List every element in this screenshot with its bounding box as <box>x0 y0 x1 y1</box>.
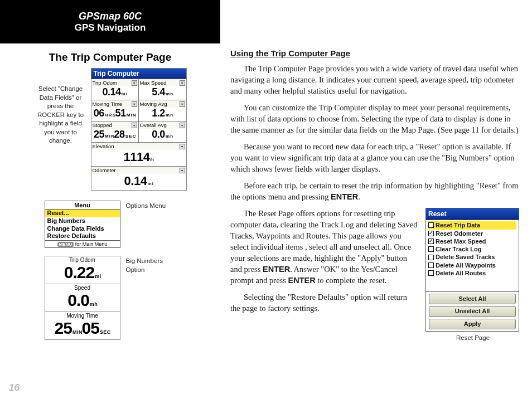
device-title-bar: Trip Computer <box>91 69 186 79</box>
reset-item-label: Delete All Waypoints <box>436 261 496 269</box>
reset-title-bar: Reset <box>426 208 519 221</box>
bn-trip-odom: Trip Odom 0.22m i <box>45 256 120 284</box>
field-max-speed: Max Speed▾ 5.4m h <box>139 79 186 100</box>
reset-caption: Reset Page <box>425 334 520 343</box>
left-column: The Trip Computer Page Select "Change Da… <box>0 43 220 340</box>
chevron-down-icon: ▾ <box>180 168 185 173</box>
chevron-down-icon: ▾ <box>132 123 137 128</box>
field-elevation: Elevation▾ 1114f t <box>91 143 186 167</box>
unselect-all-button[interactable]: Unselect All <box>429 306 516 317</box>
reset-item-label: Clear Track Log <box>436 245 482 253</box>
paragraph: You can customize the Trip Computer disp… <box>230 102 520 135</box>
page-number: 16 <box>9 382 20 393</box>
field-moving-time: Moving Time▾ 06H R S 51M I N <box>91 100 139 121</box>
select-all-button[interactable]: Select All <box>429 294 516 304</box>
field-odometer: Odometer▾ 0.14m i <box>91 167 186 190</box>
checkbox-icon[interactable] <box>428 222 434 228</box>
reset-screen: Reset Reset Trip Data✓Reset Odometer✓Res… <box>425 208 519 332</box>
product-name: GPSmap 60C <box>0 11 220 22</box>
menu-item-restore-defaults[interactable]: Restore Defaults <box>45 232 120 240</box>
chevron-down-icon: ▾ <box>180 144 185 149</box>
bn-moving-time: Moving Time 25M I N 05S E C <box>45 312 120 339</box>
paragraph: The Reset Page offers options for resett… <box>230 208 418 286</box>
reset-item[interactable]: Clear Track Log <box>428 245 516 253</box>
checkbox-icon[interactable]: ✓ <box>428 239 434 244</box>
reset-item[interactable]: Delete Saved Tracks <box>428 253 516 261</box>
paragraph: The Trip Computer Page provides you with… <box>230 63 520 96</box>
chapter-header: GPSmap 60C GPS Navigation <box>0 0 220 43</box>
field-overall-avg: Overall Avg▾ 0.0m h <box>139 121 186 143</box>
right-column: Using the Trip Computer Page The Trip Co… <box>230 48 520 343</box>
field-moving-avg: Moving Avg▾ 1.2m h <box>139 100 186 121</box>
reset-item-label: Reset Max Speed <box>436 237 486 245</box>
reset-item[interactable]: ✓Reset Max Speed <box>428 237 516 245</box>
reset-item-label: Reset Odometer <box>436 230 483 237</box>
reset-item[interactable]: Delete All Routes <box>428 269 516 277</box>
big-numbers-screen: Trip Odom 0.22m i Speed 0.0m h Moving Ti… <box>45 256 120 340</box>
field-stopped: Stopped▾ 25M I N 28S E C <box>91 121 139 143</box>
chevron-down-icon: ▾ <box>180 123 185 128</box>
chevron-down-icon: ▾ <box>132 80 137 86</box>
options-menu: Menu Reset... Big Numbers Change Data Fi… <box>45 201 120 248</box>
reset-item[interactable]: Delete All Waypoints <box>428 261 516 269</box>
menu-item-big-numbers[interactable]: Big Numbers <box>45 217 120 225</box>
reset-item-label: Reset Trip Data <box>436 221 480 229</box>
checkbox-icon[interactable] <box>428 246 434 252</box>
section-heading: Using the Trip Computer Page <box>230 48 520 60</box>
trip-computer-screen: Trip Computer Trip Odom▾ 0.14m i Max Spe… <box>91 68 187 191</box>
reset-item[interactable]: ✓Reset Odometer <box>428 230 516 237</box>
bn-speed: Speed 0.0m h <box>45 284 120 312</box>
checkbox-icon[interactable]: ✓ <box>428 231 434 236</box>
paragraph: Because you want to record new data for … <box>230 141 520 174</box>
field-trip-odom: Trip Odom▾ 0.14m i <box>91 79 139 100</box>
manual-page: GPSmap 60C GPS Navigation The Trip Compu… <box>0 0 532 399</box>
chevron-down-icon: ▾ <box>132 101 137 107</box>
menu-title: Menu <box>45 201 120 210</box>
menu-item-change-data-fields[interactable]: Change Data Fields <box>45 225 120 233</box>
menu-key-chip: MENU <box>57 242 74 247</box>
apply-button[interactable]: Apply <box>429 319 516 329</box>
checkbox-icon[interactable] <box>428 262 434 268</box>
menu-footer: MENU for Main Menu <box>45 240 120 247</box>
chevron-down-icon: ▾ <box>180 80 185 86</box>
paragraph: Selecting the "Restore Defaults" option … <box>230 291 418 314</box>
chevron-down-icon: ▾ <box>180 101 185 107</box>
options-caption: Options Menu <box>126 202 176 211</box>
chapter-name: GPS Navigation <box>0 22 220 33</box>
menu-item-reset[interactable]: Reset... <box>45 210 120 217</box>
checkbox-icon[interactable] <box>428 270 434 276</box>
reset-item-label: Delete All Routes <box>436 269 486 277</box>
side-caption: Select "Change Data Fields" or press the… <box>34 85 88 145</box>
reset-item-label: Delete Saved Tracks <box>436 253 495 261</box>
left-subtitle: The Trip Computer Page <box>0 51 220 64</box>
reset-item[interactable]: Reset Trip Data <box>428 221 516 229</box>
paragraph: Before each trip, be certain to reset th… <box>230 180 520 202</box>
bignum-caption: Big Numbers Option <box>126 257 176 274</box>
checkbox-icon[interactable] <box>428 255 434 260</box>
